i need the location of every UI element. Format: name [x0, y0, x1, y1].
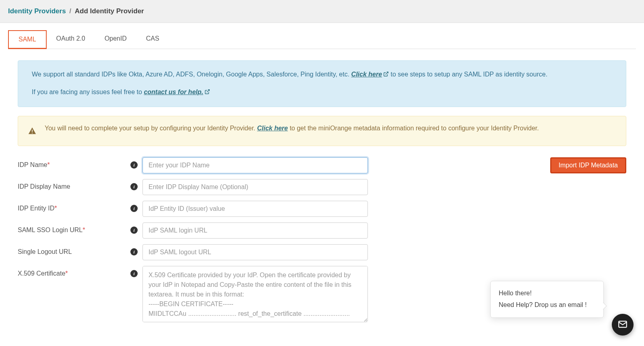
help-popup: Hello there! Need Help? Drop us an email… — [490, 281, 604, 318]
help-popup-line2: Need Help? Drop us an email ! — [499, 299, 595, 311]
idp-name-input[interactable] — [142, 157, 368, 173]
single-logout-url-input[interactable] — [142, 244, 368, 260]
svg-line-1 — [207, 90, 209, 92]
breadcrumb-root-link[interactable]: Identity Providers — [8, 7, 66, 15]
warning-banner: You will need to complete your setup by … — [18, 116, 626, 146]
info-icon[interactable]: i — [130, 270, 138, 277]
tab-oauth[interactable]: OAuth 2.0 — [47, 30, 95, 49]
warn-link-metadata[interactable]: Click here — [257, 125, 288, 132]
info-text-3: If you are facing any issues feel free t… — [32, 89, 144, 95]
warn-text-1: You will need to complete your setup by … — [45, 125, 257, 132]
info-link-contact[interactable]: contact us for help. — [144, 89, 210, 95]
svg-rect-3 — [32, 132, 33, 133]
info-text-2: to see steps to setup any SAML IDP as id… — [391, 71, 548, 78]
tab-openid[interactable]: OpenID — [95, 30, 136, 49]
info-icon[interactable]: i — [130, 183, 138, 190]
info-banner: We support all standard IDPs like Okta, … — [18, 60, 626, 107]
saml-sso-login-url-input[interactable] — [142, 222, 368, 239]
label-saml-sso-login-url: SAML SSO Login URL* — [18, 227, 85, 234]
svg-rect-2 — [32, 130, 33, 132]
idp-display-name-input[interactable] — [142, 179, 368, 195]
tab-bar: SAML OAuth 2.0 OpenID CAS — [8, 30, 636, 49]
info-icon[interactable]: i — [130, 227, 138, 234]
label-idp-entity-id: IDP Entity ID* — [18, 205, 57, 212]
chat-button[interactable] — [612, 314, 634, 336]
label-idp-name: IDP Name* — [18, 161, 50, 169]
tab-saml[interactable]: SAML — [8, 30, 47, 49]
svg-line-0 — [386, 72, 388, 74]
label-x509-certificate: X.509 Certificate* — [18, 270, 68, 277]
tab-cas[interactable]: CAS — [136, 30, 169, 49]
info-icon[interactable]: i — [130, 248, 138, 255]
mail-icon — [617, 319, 628, 331]
info-icon[interactable]: i — [130, 161, 138, 169]
info-icon[interactable]: i — [130, 205, 138, 212]
info-link-steps[interactable]: Click here — [351, 71, 389, 78]
help-popup-line1: Hello there! — [499, 288, 595, 299]
label-single-logout-url: Single Logout URL — [18, 248, 72, 255]
breadcrumb-current: Add Identity Provider — [75, 7, 144, 15]
import-idp-metadata-button[interactable]: Import IDP Metadata — [550, 157, 626, 173]
info-text-1: We support all standard IDPs like Okta, … — [32, 71, 351, 78]
external-link-icon — [383, 70, 389, 80]
external-link-icon — [204, 88, 210, 98]
breadcrumb: Identity Providers / Add Identity Provid… — [0, 0, 644, 23]
breadcrumb-separator: / — [69, 7, 71, 15]
warning-icon — [28, 127, 37, 139]
x509-certificate-textarea[interactable] — [142, 266, 368, 322]
idp-entity-id-input[interactable] — [142, 201, 368, 217]
label-idp-display-name: IDP Display Name — [18, 183, 70, 190]
warn-text-2: to get the miniOrange metadata informati… — [290, 125, 539, 132]
